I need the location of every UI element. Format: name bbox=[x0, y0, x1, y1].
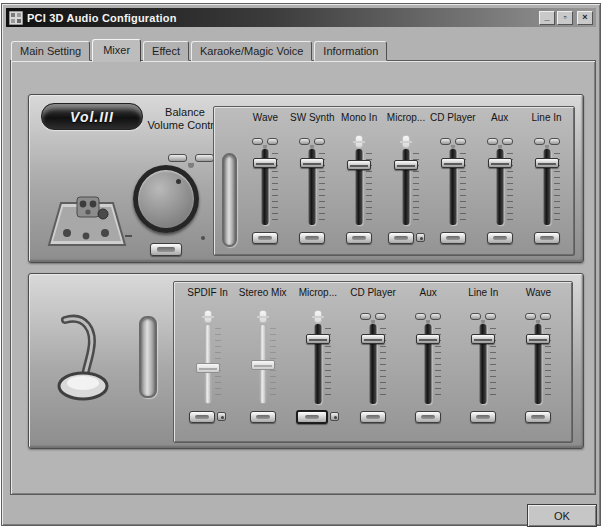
ok-button[interactable]: OK bbox=[527, 504, 597, 527]
close-button[interactable]: × bbox=[577, 11, 593, 25]
mixer-channel-aux: Aux bbox=[401, 287, 456, 437]
mixer-channel-cd-player: CD Player bbox=[345, 287, 400, 437]
channel-balance-control[interactable] bbox=[252, 136, 278, 146]
channel-mute-button[interactable] bbox=[388, 232, 414, 244]
mono-pill bbox=[402, 135, 410, 148]
master-mute-button[interactable] bbox=[150, 243, 182, 256]
channel-volume-slider[interactable] bbox=[466, 324, 500, 404]
slider-thumb[interactable] bbox=[306, 334, 330, 344]
mute-button-slot bbox=[305, 236, 319, 240]
channel-volume-slider[interactable] bbox=[301, 324, 335, 404]
channel-mute-button[interactable] bbox=[252, 232, 278, 244]
channel-mute-button[interactable] bbox=[296, 410, 328, 424]
channel-label: Mono In bbox=[336, 112, 383, 135]
channel-extra-button[interactable] bbox=[217, 412, 226, 421]
title-bar: PCI 3D Audio Configuration _▫× bbox=[6, 8, 596, 27]
channel-volume-slider[interactable] bbox=[389, 149, 423, 225]
mixer-channel-wave: Wave bbox=[242, 112, 289, 250]
slider-thumb[interactable] bbox=[300, 158, 324, 168]
channel-volume-slider[interactable] bbox=[436, 149, 470, 225]
channel-extra-button[interactable] bbox=[330, 412, 339, 421]
channel-volume-slider[interactable] bbox=[530, 149, 564, 225]
mixer-channel-spdif-in: SPDIF In bbox=[180, 287, 235, 437]
mixer-channel-aux: Aux bbox=[476, 112, 523, 250]
channel-mute-button[interactable] bbox=[189, 411, 215, 423]
slider-thumb[interactable] bbox=[441, 158, 465, 168]
channel-balance-control[interactable] bbox=[299, 136, 325, 146]
channel-mute-button[interactable] bbox=[346, 232, 372, 244]
balance-right-pill bbox=[267, 138, 278, 145]
channel-label: CD Player bbox=[345, 287, 400, 310]
slider-thumb[interactable] bbox=[253, 158, 277, 168]
channel-button-row bbox=[470, 409, 496, 424]
slider-thumb[interactable] bbox=[347, 160, 371, 170]
channel-volume-slider[interactable] bbox=[248, 149, 282, 225]
master-volume-knob[interactable] bbox=[133, 165, 199, 233]
channel-label: Wave bbox=[242, 112, 289, 135]
tab-mixer[interactable]: Mixer bbox=[92, 39, 141, 62]
mono-indicator bbox=[204, 311, 212, 321]
recording-level-meter bbox=[139, 316, 157, 398]
channel-mute-button[interactable] bbox=[299, 232, 325, 244]
channel-mute-button[interactable] bbox=[525, 411, 551, 423]
channel-balance-control[interactable] bbox=[470, 311, 496, 321]
logo-text: Vol.III bbox=[70, 109, 114, 125]
channel-mute-button[interactable] bbox=[470, 411, 496, 423]
channel-volume-slider[interactable] bbox=[483, 149, 517, 225]
tab-information[interactable]: Information bbox=[314, 41, 387, 61]
channel-balance-control[interactable] bbox=[440, 136, 466, 146]
channel-mute-button[interactable] bbox=[487, 232, 513, 244]
balance-left-pill bbox=[415, 313, 426, 320]
channel-balance-control[interactable] bbox=[525, 311, 551, 321]
channel-mute-button[interactable] bbox=[360, 411, 386, 423]
mute-button-slot bbox=[195, 415, 209, 419]
slider-thumb[interactable] bbox=[416, 334, 440, 344]
knob-max-mark bbox=[201, 236, 205, 240]
channel-mute-button[interactable] bbox=[534, 232, 560, 244]
mute-button-slot bbox=[258, 236, 272, 240]
channel-balance-control[interactable] bbox=[415, 311, 441, 321]
playback-level-meter bbox=[222, 153, 237, 247]
master-balance-control[interactable] bbox=[165, 152, 217, 164]
channel-volume-slider[interactable] bbox=[191, 324, 225, 404]
balance-right-pill bbox=[375, 313, 386, 320]
balance-left-pill bbox=[299, 138, 310, 145]
channel-mute-button[interactable] bbox=[440, 232, 466, 244]
channel-button-row bbox=[388, 230, 425, 245]
channel-label: Line In bbox=[456, 287, 511, 310]
tab-karaoke-magic-voice[interactable]: Karaoke/Magic Voice bbox=[191, 41, 312, 61]
slider-thumb[interactable] bbox=[361, 334, 385, 344]
channel-balance-control[interactable] bbox=[487, 136, 513, 146]
tab-effect[interactable]: Effect bbox=[143, 41, 189, 61]
channel-mute-button[interactable] bbox=[250, 411, 276, 423]
balance-left-pill bbox=[525, 313, 536, 320]
channel-balance-control[interactable] bbox=[534, 136, 560, 146]
maximize-button[interactable]: ▫ bbox=[557, 11, 573, 25]
channel-extra-button[interactable] bbox=[416, 233, 425, 242]
channel-volume-slider[interactable] bbox=[521, 324, 555, 404]
slider-thumb[interactable] bbox=[251, 360, 275, 370]
speakers-image bbox=[39, 179, 135, 255]
slider-thumb[interactable] bbox=[526, 334, 550, 344]
minimize-button[interactable]: _ bbox=[539, 11, 555, 25]
channel-volume-slider[interactable] bbox=[246, 324, 280, 404]
slider-thumb[interactable] bbox=[488, 158, 512, 168]
channel-balance-control[interactable] bbox=[360, 311, 386, 321]
slider-thumb[interactable] bbox=[535, 158, 559, 168]
channel-volume-slider[interactable] bbox=[342, 149, 376, 225]
channel-label: Microp... bbox=[290, 287, 345, 310]
channel-label: Line In bbox=[523, 112, 570, 135]
channel-mute-button[interactable] bbox=[415, 411, 441, 423]
slider-thumb[interactable] bbox=[471, 334, 495, 344]
tab-main-setting[interactable]: Main Setting bbox=[11, 41, 90, 61]
mute-button-slot bbox=[493, 236, 507, 240]
channel-volume-slider[interactable] bbox=[411, 324, 445, 404]
slider-thumb[interactable] bbox=[394, 160, 418, 170]
channel-button-row bbox=[360, 409, 386, 424]
recording-channels-plate: SPDIF InStereo MixMicrop...CD PlayerAuxL… bbox=[173, 281, 573, 443]
balance-left-pill bbox=[168, 154, 187, 162]
slider-thumb[interactable] bbox=[196, 363, 220, 373]
mixer-tab-page: Vol.III BalanceVolume Control bbox=[10, 60, 596, 495]
channel-volume-slider[interactable] bbox=[295, 149, 329, 225]
channel-volume-slider[interactable] bbox=[356, 324, 390, 404]
